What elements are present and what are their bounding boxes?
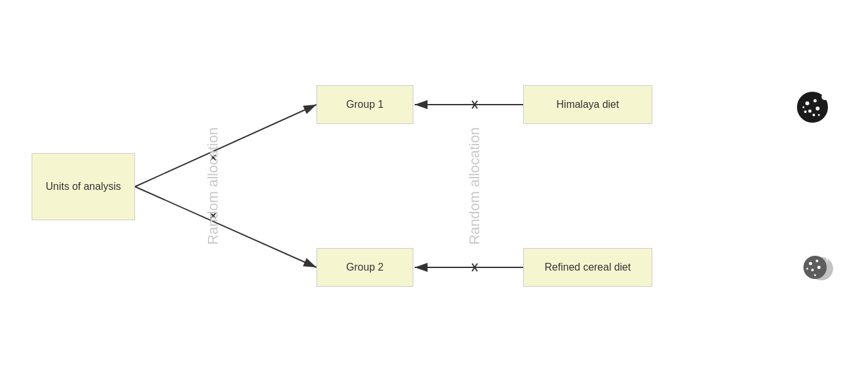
svg-line-9 [211, 213, 216, 218]
svg-line-10 [472, 101, 477, 108]
units-of-analysis-box: Units of analysis [32, 153, 135, 220]
svg-point-22 [803, 107, 805, 108]
svg-point-18 [809, 110, 812, 113]
svg-point-20 [804, 110, 807, 113]
svg-point-23 [822, 94, 828, 100]
group2-label: Group 2 [346, 262, 384, 273]
refined-diet-box: Refined cereal diet [523, 248, 652, 287]
svg-point-28 [809, 262, 812, 265]
svg-point-34 [822, 252, 827, 257]
svg-line-7 [211, 155, 216, 160]
svg-point-19 [812, 114, 815, 116]
svg-line-3 [135, 187, 316, 267]
cookie-icon-1 [796, 90, 829, 130]
svg-line-2 [135, 105, 316, 187]
svg-point-16 [814, 99, 817, 103]
random-allocation-label-2: Random allocation [466, 127, 483, 245]
svg-line-13 [472, 264, 477, 271]
group1-box: Group 1 [316, 85, 413, 124]
svg-point-31 [811, 269, 814, 271]
svg-point-21 [818, 114, 820, 116]
svg-point-15 [805, 101, 809, 105]
svg-point-29 [816, 260, 818, 262]
diagram-container: Units of analysis Group 1 Group 2 Himala… [0, 0, 868, 372]
svg-point-30 [818, 266, 821, 269]
svg-line-6 [211, 155, 216, 160]
cookie-icon-2 [801, 251, 837, 287]
units-label: Units of analysis [46, 181, 121, 192]
group2-box: Group 2 [316, 248, 413, 287]
svg-point-33 [807, 268, 809, 270]
svg-line-12 [472, 264, 477, 271]
svg-line-11 [472, 101, 477, 108]
svg-point-32 [814, 274, 816, 276]
svg-line-8 [211, 213, 216, 218]
svg-point-17 [816, 107, 820, 110]
himalaya-label: Himalaya diet [557, 99, 619, 110]
refined-label: Refined cereal diet [544, 262, 630, 273]
himalaya-diet-box: Himalaya diet [523, 85, 652, 124]
group1-label: Group 1 [346, 99, 384, 110]
random-allocation-label-1: Random allocation [205, 127, 222, 245]
